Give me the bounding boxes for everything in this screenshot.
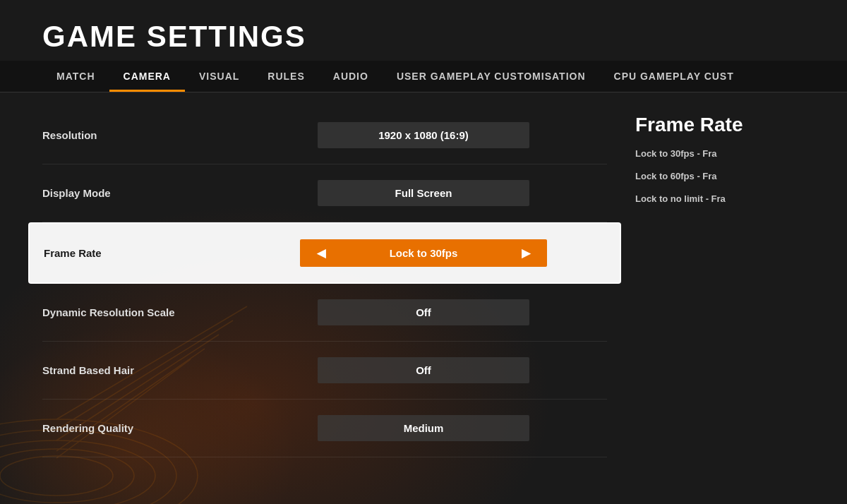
display-mode-value[interactable]: Full Screen	[318, 180, 529, 206]
nav-bar: MATCH CAMERA VISUAL RULES AUDIO USER GAM…	[0, 61, 847, 92]
nav-item-cpu-gameplay[interactable]: CPU GAMEPLAY CUST	[600, 61, 748, 92]
nav-item-visual[interactable]: VISUAL	[185, 61, 253, 92]
resolution-value[interactable]: 1920 x 1080 (16:9)	[318, 122, 529, 148]
rendering-quality-value[interactable]: Medium	[318, 415, 529, 441]
frame-rate-value: Lock to 30fps	[331, 247, 516, 259]
frame-rate-selector[interactable]: ◀ Lock to 30fps ▶	[300, 239, 547, 267]
display-mode-value-container: Full Screen	[240, 180, 607, 206]
nav-item-user-gameplay[interactable]: USER GAMEPLAY CUSTOMISATION	[383, 61, 600, 92]
frame-rate-next-arrow[interactable]: ▶	[516, 246, 536, 260]
side-panel: Frame Rate Lock to 30fps - Fra Lock to 6…	[635, 107, 805, 457]
dynamic-resolution-row: Dynamic Resolution Scale Off	[42, 284, 607, 342]
nav-item-match[interactable]: MATCH	[42, 61, 109, 92]
side-option-lock-no-limit: Lock to no limit - Fra	[635, 193, 805, 205]
resolution-row: Resolution 1920 x 1080 (16:9)	[42, 107, 607, 164]
strand-hair-label: Strand Based Hair	[42, 364, 240, 376]
side-option-lock-30: Lock to 30fps - Fra	[635, 148, 805, 160]
rendering-quality-value-container: Medium	[240, 415, 607, 441]
dynamic-resolution-label: Dynamic Resolution Scale	[42, 306, 240, 318]
dynamic-resolution-value[interactable]: Off	[318, 299, 529, 325]
nav-item-audio[interactable]: AUDIO	[319, 61, 383, 92]
display-mode-row: Display Mode Full Screen	[42, 164, 607, 222]
strand-hair-value-container: Off	[240, 357, 607, 383]
frame-rate-value-container: ◀ Lock to 30fps ▶	[241, 239, 606, 267]
strand-hair-row: Strand Based Hair Off	[42, 342, 607, 400]
resolution-label: Resolution	[42, 129, 240, 141]
side-panel-title: Frame Rate	[635, 114, 805, 136]
frame-rate-row: Frame Rate ◀ Lock to 30fps ▶	[28, 222, 621, 284]
rendering-quality-label: Rendering Quality	[42, 422, 240, 434]
settings-panel: Resolution 1920 x 1080 (16:9) Display Mo…	[42, 107, 607, 457]
nav-item-rules[interactable]: RULES	[253, 61, 318, 92]
frame-rate-prev-arrow[interactable]: ◀	[311, 246, 331, 260]
side-option-lock-60: Lock to 60fps - Fra	[635, 170, 805, 183]
rendering-quality-row: Rendering Quality Medium	[42, 400, 607, 457]
frame-rate-label: Frame Rate	[44, 247, 241, 259]
strand-hair-value[interactable]: Off	[318, 357, 529, 383]
dynamic-resolution-value-container: Off	[240, 299, 607, 325]
nav-item-camera[interactable]: CAMERA	[109, 61, 185, 92]
display-mode-label: Display Mode	[42, 187, 240, 199]
page-title: GAME SETTINGS	[0, 0, 847, 54]
resolution-value-container: 1920 x 1080 (16:9)	[240, 122, 607, 148]
main-content: Resolution 1920 x 1080 (16:9) Display Mo…	[0, 92, 847, 472]
